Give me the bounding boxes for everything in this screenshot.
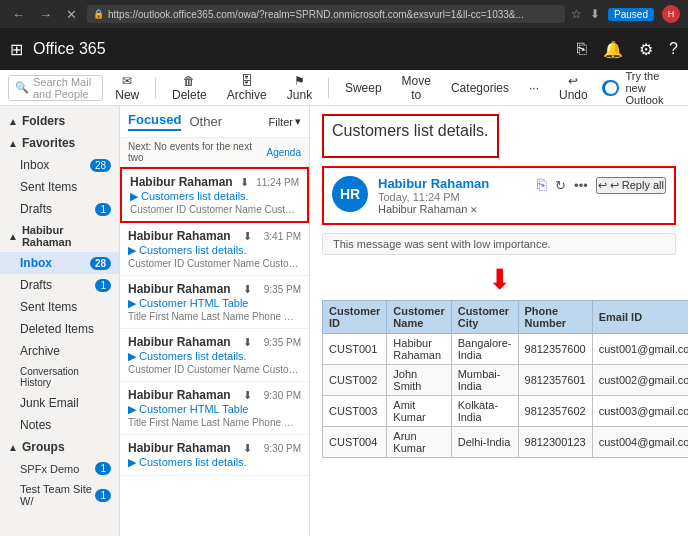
sidebar-item-account-drafts[interactable]: Drafts 1 [0,274,119,296]
focused-other-bar: Focused Other Filter ▾ [120,106,309,138]
agenda-button[interactable]: Agenda [267,147,301,158]
email-subject-1: ▶ Customers list details. [128,244,301,257]
undo-button[interactable]: ↩ Undo [551,71,596,105]
other-tab[interactable]: Other [189,114,222,129]
red-down-arrow: ⬇ [322,263,676,296]
email-header-row-4: Habibur Rahaman ⬇ 9:30 PM [128,388,301,402]
new-button[interactable]: ✉ New [107,71,147,105]
account-deleted-label: Deleted Items [20,322,94,336]
sender-info: Habibur Rahaman Today, 11:24 PM Habibur … [378,176,527,215]
table-cell-2-0: CUST003 [323,396,387,427]
email-item-1[interactable]: Habibur Rahaman ⬇ 3:41 PM ▶ Customers li… [120,223,309,276]
email-time-3: 9:35 PM [264,337,301,348]
email-item-3[interactable]: Habibur Rahaman ⬇ 9:35 PM ▶ Customers li… [120,329,309,382]
junk-button[interactable]: ⚑ Junk [279,71,321,105]
sidebar-item-account-inbox[interactable]: Inbox 28 [0,252,119,274]
waffle-icon[interactable]: ⊞ [10,40,23,59]
col-email-id: Email ID [592,301,688,334]
sidebar-item-notes[interactable]: Notes [0,414,119,436]
filter-button[interactable]: Filter ▾ [269,115,301,128]
dots-icon[interactable]: ••• [574,178,588,193]
sidebar-item-junk[interactable]: Junk Email [0,392,119,414]
sidebar-item-group2[interactable]: Test Team Site W/ 1 [0,479,119,511]
email-sender-0: Habibur Rahaman [130,175,233,189]
email-sender-3: Habibur Rahaman [128,335,231,349]
settings-icon[interactable]: ⚙ [639,40,653,59]
table-row-0: CUST001Habibur RahamanBangalore-India981… [323,334,689,365]
table-cell-2-1: Amit Kumar [387,396,451,427]
drafts-label: Drafts [20,202,52,216]
new-outlook-toggle[interactable] [602,80,620,96]
refresh-icon[interactable]: ↻ [555,178,566,193]
col-customer-city: Customer City [451,301,518,334]
sidebar-item-inbox[interactable]: Inbox 28 [0,154,119,176]
browser-icons: ☆ ⬇ Paused H [571,5,680,23]
email-header-row-5: Habibur Rahaman ⬇ 9:30 PM [128,441,301,455]
forward-button[interactable]: → [35,5,56,24]
sidebar-item-archive[interactable]: Archive [0,340,119,362]
more-button[interactable]: ··· [521,78,547,98]
email-item-5[interactable]: Habibur Rahaman ⬇ 9:30 PM ▶ Customers li… [120,435,309,476]
close-button[interactable]: ✕ [62,5,81,24]
move-button[interactable]: Move to [394,71,439,105]
download-icon-4: ⬇ [243,389,252,402]
table-cell-0-4: cust001@gmail.com [592,334,688,365]
sidebar-item-sent[interactable]: Sent Items [0,176,119,198]
folders-header[interactable]: ▲ Folders [0,110,119,132]
table-row-1: CUST002John SmithMumbai-India9812357601c… [323,365,689,396]
account-header[interactable]: ▲ Habibur Rahaman [0,220,119,252]
undo-area: ↩ Undo Try the new Outlook [551,70,680,106]
email-item-2[interactable]: Habibur Rahaman ⬇ 9:35 PM ▶ Customer HTM… [120,276,309,329]
table-cell-2-3: 9812357602 [518,396,592,427]
sender-time: Today, 11:24 PM [378,191,527,203]
email-item-0[interactable]: Habibur Rahaman ⬇ 11:24 PM ▶ Customers l… [120,167,309,223]
skype-icon[interactable]: ⎘ [577,40,587,58]
table-cell-3-0: CUST004 [323,427,387,458]
email-preview-3: Customer ID Customer Name Customer... [128,364,301,375]
browser-bar: ← → ✕ 🔒 https://outlook.office365.com/ow… [0,0,688,28]
drafts-badge: 1 [95,203,111,216]
inbox-badge: 28 [90,159,111,172]
groups-header[interactable]: ▲ Groups [0,436,119,458]
sidebar-item-conv[interactable]: Conversation History [0,362,119,392]
email-preview-4: Title First Name Last Name Phone Numb... [128,417,301,428]
sidebar-item-drafts[interactable]: Drafts 1 [0,198,119,220]
email-preview-0: Customer ID Customer Name Customer... [130,204,299,215]
col-customer-name: Customer Name [387,301,451,334]
focused-tab[interactable]: Focused [128,112,181,131]
categories-button[interactable]: Categories [443,78,517,98]
sidebar-item-account-deleted[interactable]: Deleted Items [0,318,119,340]
account-inbox-label: Inbox [20,256,52,270]
back-button[interactable]: ← [8,5,29,24]
user-avatar-browser[interactable]: H [662,5,680,23]
table-cell-3-4: cust004@gmail.com [592,427,688,458]
email-header-row-1: Habibur Rahaman ⬇ 3:41 PM [128,229,301,243]
email-preview-2: Title First Name Last Name Phone Numb... [128,311,301,322]
main-layout: ▲ Folders ▲ Favorites Inbox 28 Sent Item… [0,106,688,536]
download-browser-icon[interactable]: ⬇ [590,7,600,21]
sweep-button[interactable]: Sweep [337,78,390,98]
archive-label: Archive [20,344,60,358]
sidebar-item-group1[interactable]: SPFx Demo 1 [0,458,119,479]
help-icon[interactable]: ? [669,40,678,58]
skype-reading-icon[interactable]: ⎘ [537,176,547,194]
delete-button[interactable]: 🗑 Delete [164,71,215,105]
download-icon-3: ⬇ [243,336,252,349]
bell-icon[interactable]: 🔔 [603,40,623,59]
reply-all-button[interactable]: ↩ ↩ Reply all [596,177,666,194]
reply-all-label: ↩ Reply all [610,179,664,192]
favorites-header[interactable]: ▲ Favorites [0,132,119,154]
search-box[interactable]: 🔍 Search Mail and People [8,75,103,101]
email-header-row-2: Habibur Rahaman ⬇ 9:35 PM [128,282,301,296]
address-bar[interactable]: 🔒 https://outlook.office365.com/owa/?rea… [87,5,565,23]
archive-button[interactable]: 🗄 Archive [219,71,275,105]
account-drafts-label: Drafts [20,278,52,292]
star-icon[interactable]: ☆ [571,7,582,21]
sender-name: Habibur Rahaman [378,176,527,191]
email-sender-5: Habibur Rahaman [128,441,231,455]
email-item-4[interactable]: Habibur Rahaman ⬇ 9:30 PM ▶ Customer HTM… [120,382,309,435]
table-cell-1-0: CUST002 [323,365,387,396]
sidebar-item-account-sent[interactable]: Sent Items [0,296,119,318]
email-meta-row: HR Habibur Rahaman Today, 11:24 PM Habib… [322,166,676,225]
email-subject-5: ▶ Customers list details. [128,456,301,469]
